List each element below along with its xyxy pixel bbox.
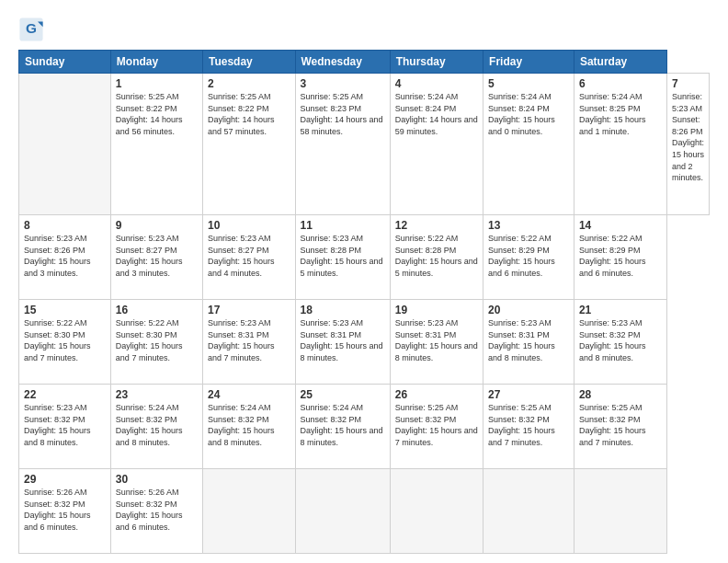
day-number: 1: [116, 77, 198, 90]
day-number: 22: [24, 388, 106, 401]
day-info: Sunrise: 5:25 AMSunset: 8:22 PMDaylight:…: [116, 91, 198, 137]
day-number: 23: [116, 388, 198, 401]
day-info: Sunrise: 5:23 AMSunset: 8:31 PMDaylight:…: [395, 317, 478, 363]
weekday-tuesday: Tuesday: [203, 51, 296, 74]
day-cell-2-1: 16 Sunrise: 5:22 AMSunset: 8:30 PMDaylig…: [110, 300, 202, 385]
day-info: Sunrise: 5:22 AMSunset: 8:28 PMDaylight:…: [395, 233, 478, 279]
weekday-row: SundayMondayTuesdayWednesdayThursdayFrid…: [19, 51, 710, 74]
day-cell-0-3: 3 Sunrise: 5:25 AMSunset: 8:23 PMDayligh…: [295, 74, 390, 215]
svg-text:G: G: [26, 20, 37, 36]
day-cell-0-5: 5 Sunrise: 5:24 AMSunset: 8:24 PMDayligh…: [483, 74, 574, 215]
day-cell-3-6: 28 Sunrise: 5:25 AMSunset: 8:32 PMDaylig…: [574, 385, 666, 469]
day-number: 29: [24, 473, 106, 486]
day-number: 16: [116, 304, 198, 316]
day-number: 30: [116, 473, 198, 486]
day-cell-4-4: [390, 469, 483, 554]
page: G SundayMondayTuesdayWednesdayThursdayFr…: [0, 0, 728, 563]
day-info: Sunrise: 5:25 AMSunset: 8:22 PMDaylight:…: [208, 91, 290, 137]
day-number: 14: [579, 219, 662, 232]
day-cell-0-1: 1 Sunrise: 5:25 AMSunset: 8:22 PMDayligh…: [110, 74, 202, 215]
day-number: 7: [672, 77, 704, 90]
day-cell-4-5: [483, 469, 574, 554]
day-number: 18: [301, 304, 385, 316]
day-info: Sunrise: 5:24 AMSunset: 8:25 PMDaylight:…: [579, 91, 662, 137]
day-info: Sunrise: 5:24 AMSunset: 8:24 PMDaylight:…: [395, 91, 478, 137]
calendar-body: 1 Sunrise: 5:25 AMSunset: 8:22 PMDayligh…: [19, 74, 710, 554]
day-info: Sunrise: 5:24 AMSunset: 8:32 PMDaylight:…: [116, 402, 198, 448]
day-info: Sunrise: 5:24 AMSunset: 8:32 PMDaylight:…: [208, 402, 290, 448]
day-number: 9: [116, 219, 198, 232]
week-row-2: 15 Sunrise: 5:22 AMSunset: 8:30 PMDaylig…: [19, 300, 710, 385]
header: G: [18, 17, 710, 42]
logo-icon: G: [18, 17, 44, 42]
weekday-friday: Friday: [483, 51, 574, 74]
week-row-3: 22 Sunrise: 5:23 AMSunset: 8:32 PMDaylig…: [19, 385, 710, 469]
day-number: 24: [208, 388, 290, 401]
day-cell-2-5: 20 Sunrise: 5:23 AMSunset: 8:31 PMDaylig…: [483, 300, 574, 385]
weekday-monday: Monday: [110, 51, 202, 74]
day-cell-1-2: 10 Sunrise: 5:23 AMSunset: 8:27 PMDaylig…: [203, 215, 296, 300]
day-info: Sunrise: 5:22 AMSunset: 8:29 PMDaylight:…: [579, 233, 662, 279]
day-cell-1-1: 9 Sunrise: 5:23 AMSunset: 8:27 PMDayligh…: [110, 215, 202, 300]
day-info: Sunrise: 5:23 AMSunset: 8:31 PMDaylight:…: [208, 317, 290, 363]
day-info: Sunrise: 5:25 AMSunset: 8:32 PMDaylight:…: [488, 402, 569, 448]
weekday-saturday: Saturday: [574, 51, 666, 74]
day-info: Sunrise: 5:23 AMSunset: 8:32 PMDaylight:…: [579, 317, 662, 363]
day-number: 15: [24, 304, 106, 316]
day-number: 2: [208, 77, 290, 90]
day-cell-4-2: [203, 469, 296, 554]
day-number: 17: [208, 304, 290, 316]
day-cell-3-5: 27 Sunrise: 5:25 AMSunset: 8:32 PMDaylig…: [483, 385, 574, 469]
day-number: 27: [488, 388, 569, 401]
day-info: Sunrise: 5:23 AMSunset: 8:28 PMDaylight:…: [301, 233, 385, 279]
day-info: Sunrise: 5:22 AMSunset: 8:30 PMDaylight:…: [24, 317, 106, 363]
day-cell-2-6: 21 Sunrise: 5:23 AMSunset: 8:32 PMDaylig…: [574, 300, 666, 385]
week-row-1: 8 Sunrise: 5:23 AMSunset: 8:26 PMDayligh…: [19, 215, 710, 300]
day-number: 8: [24, 219, 106, 232]
day-cell-3-0: 22 Sunrise: 5:23 AMSunset: 8:32 PMDaylig…: [19, 385, 111, 469]
day-cell-0-2: 2 Sunrise: 5:25 AMSunset: 8:22 PMDayligh…: [203, 74, 296, 215]
calendar: SundayMondayTuesdayWednesdayThursdayFrid…: [18, 50, 710, 554]
day-info: Sunrise: 5:24 AMSunset: 8:24 PMDaylight:…: [488, 91, 569, 137]
day-number: 12: [395, 219, 478, 232]
day-number: 28: [579, 388, 662, 401]
day-number: 13: [488, 219, 569, 232]
day-cell-1-6: 14 Sunrise: 5:22 AMSunset: 8:29 PMDaylig…: [574, 215, 666, 300]
day-info: Sunrise: 5:22 AMSunset: 8:30 PMDaylight:…: [116, 317, 198, 363]
day-number: 10: [208, 219, 290, 232]
day-info: Sunrise: 5:23 AMSunset: 8:26 PMDaylight:…: [24, 233, 106, 279]
day-cell-3-2: 24 Sunrise: 5:24 AMSunset: 8:32 PMDaylig…: [203, 385, 296, 469]
day-cell-3-1: 23 Sunrise: 5:24 AMSunset: 8:32 PMDaylig…: [110, 385, 202, 469]
day-number: 26: [395, 388, 478, 401]
day-info: Sunrise: 5:23 AMSunset: 8:31 PMDaylight:…: [488, 317, 569, 363]
day-cell-1-0: 8 Sunrise: 5:23 AMSunset: 8:26 PMDayligh…: [19, 215, 111, 300]
week-row-4: 29 Sunrise: 5:26 AMSunset: 8:32 PMDaylig…: [19, 469, 710, 554]
day-cell-0-6: 6 Sunrise: 5:24 AMSunset: 8:25 PMDayligh…: [574, 74, 666, 215]
day-cell-1-3: 11 Sunrise: 5:23 AMSunset: 8:28 PMDaylig…: [295, 215, 390, 300]
day-info: Sunrise: 5:25 AMSunset: 8:32 PMDaylight:…: [395, 402, 478, 448]
day-info: Sunrise: 5:24 AMSunset: 8:32 PMDaylight:…: [301, 402, 385, 448]
day-number: 21: [579, 304, 662, 316]
day-cell-2-2: 17 Sunrise: 5:23 AMSunset: 8:31 PMDaylig…: [203, 300, 296, 385]
weekday-sunday: Sunday: [19, 51, 111, 74]
day-number: 19: [395, 304, 478, 316]
day-number: 4: [395, 77, 478, 90]
day-cell-4-0: 29 Sunrise: 5:26 AMSunset: 8:32 PMDaylig…: [19, 469, 111, 554]
weekday-wednesday: Wednesday: [295, 51, 390, 74]
day-cell-3-3: 25 Sunrise: 5:24 AMSunset: 8:32 PMDaylig…: [295, 385, 390, 469]
day-number: 20: [488, 304, 569, 316]
day-cell-0-0: [19, 74, 111, 215]
day-cell-2-3: 18 Sunrise: 5:23 AMSunset: 8:31 PMDaylig…: [295, 300, 390, 385]
day-cell-1-5: 13 Sunrise: 5:22 AMSunset: 8:29 PMDaylig…: [483, 215, 574, 300]
logo: G: [18, 17, 48, 42]
week-row-0: 1 Sunrise: 5:25 AMSunset: 8:22 PMDayligh…: [19, 74, 710, 215]
weekday-thursday: Thursday: [390, 51, 483, 74]
day-cell-3-4: 26 Sunrise: 5:25 AMSunset: 8:32 PMDaylig…: [390, 385, 483, 469]
day-number: 5: [488, 77, 569, 90]
day-number: 11: [301, 219, 385, 232]
day-number: 3: [301, 77, 385, 90]
day-info: Sunrise: 5:25 AMSunset: 8:23 PMDaylight:…: [301, 91, 385, 137]
day-cell-1-4: 12 Sunrise: 5:22 AMSunset: 8:28 PMDaylig…: [390, 215, 483, 300]
day-number: 25: [301, 388, 385, 401]
calendar-header: SundayMondayTuesdayWednesdayThursdayFrid…: [19, 51, 710, 74]
